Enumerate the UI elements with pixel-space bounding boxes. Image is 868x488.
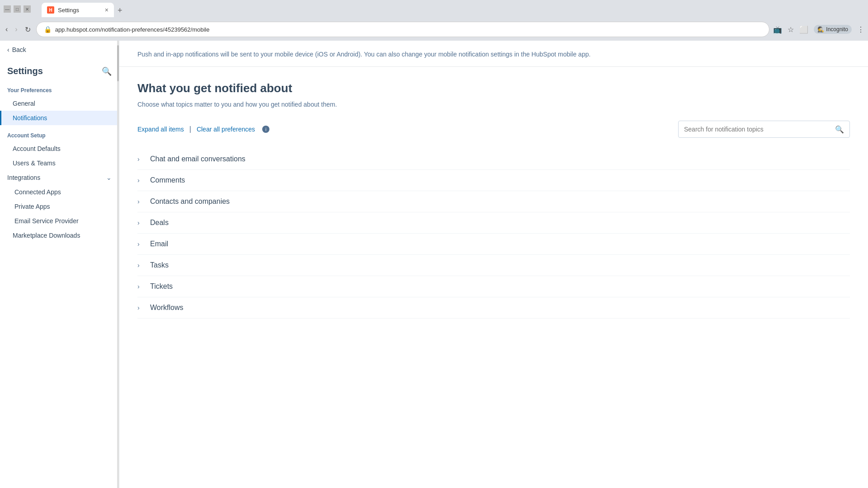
top-description: Push and in-app notifications will be se…	[119, 41, 868, 67]
back-label: Back	[12, 46, 26, 53]
topic-item-workflows[interactable]: › Workflows	[137, 297, 850, 319]
topics-list: › Chat and email conversations › Comment…	[137, 149, 850, 319]
separator: |	[189, 125, 191, 133]
connected-apps-label: Connected Apps	[14, 188, 61, 196]
app-layout: ‹ Back Settings 🔍 Your Preferences Gener…	[0, 41, 868, 488]
sidebar-scrollbar	[117, 41, 119, 488]
topic-chevron-icon: ›	[137, 240, 145, 248]
menu-button[interactable]: ⋮	[857, 25, 864, 34]
minimize-button[interactable]: —	[4, 5, 11, 13]
integrations-label: Integrations	[7, 174, 40, 181]
actions-row: Expand all items | Clear all preferences…	[137, 121, 850, 138]
active-tab[interactable]: H Settings ×	[42, 3, 114, 17]
topic-item-deals[interactable]: › Deals	[137, 212, 850, 234]
topic-label: Comments	[150, 176, 185, 184]
sidebar-item-notifications[interactable]: Notifications	[0, 111, 119, 125]
topic-chevron-icon: ›	[137, 304, 145, 311]
chevron-down-icon: ⌄	[106, 174, 112, 181]
info-icon[interactable]: i	[262, 126, 269, 133]
sidebar-item-general[interactable]: General	[0, 96, 119, 111]
main-content: Push and in-app notifications will be se…	[119, 41, 868, 488]
email-service-provider-label: Email Service Provider	[14, 217, 79, 225]
tab-bar: H Settings × +	[38, 1, 130, 17]
sidebar-item-email-service-provider[interactable]: Email Service Provider	[0, 214, 119, 228]
account-defaults-label: Account Defaults	[13, 145, 61, 152]
topic-item-contacts-companies[interactable]: › Contacts and companies	[137, 191, 850, 212]
search-icon: 🔍	[102, 67, 112, 76]
sidebar-title: Settings	[7, 66, 43, 76]
incognito-label: Incognito	[826, 26, 848, 33]
tab-title: Settings	[58, 7, 101, 14]
topic-chevron-icon: ›	[137, 177, 145, 184]
title-bar: — □ ✕ H Settings × +	[0, 0, 868, 18]
search-box: 🔍	[678, 121, 850, 138]
tab-favicon: H	[47, 6, 54, 14]
maximize-button[interactable]: □	[14, 5, 21, 13]
sidebar-scrollbar-thumb	[117, 45, 119, 81]
incognito-badge: 🕵 Incognito	[814, 25, 852, 34]
address-bar-row: ‹ › ↻ 🔒 app.hubspot.com/notification-pre…	[0, 18, 868, 41]
back-button[interactable]: ‹ Back	[0, 41, 119, 59]
browser-chrome: — □ ✕ H Settings × + ‹ › ↻ 🔒 app.hubspot…	[0, 0, 868, 41]
your-preferences-section-label: Your Preferences	[0, 80, 119, 96]
topic-item-tickets[interactable]: › Tickets	[137, 276, 850, 297]
topic-label: Tasks	[150, 261, 169, 269]
topic-label: Chat and email conversations	[150, 155, 245, 163]
topic-chevron-icon: ›	[137, 262, 145, 269]
sidebar-item-private-apps[interactable]: Private Apps	[0, 199, 119, 214]
bookmark-button[interactable]: ☆	[788, 25, 794, 34]
forward-nav-button[interactable]: ›	[13, 23, 19, 35]
topic-label: Contacts and companies	[150, 197, 230, 206]
topic-chevron-icon: ›	[137, 283, 145, 290]
topic-label: Workflows	[150, 304, 184, 312]
browser-actions: 📺 ☆ ⬜ 🕵 Incognito ⋮	[773, 25, 864, 34]
sidebar-search-button[interactable]: 🔍	[102, 66, 112, 76]
topic-item-chat-email[interactable]: › Chat and email conversations	[137, 149, 850, 170]
topic-item-comments[interactable]: › Comments	[137, 170, 850, 191]
tab-close-button[interactable]: ×	[105, 6, 108, 14]
address-text: app.hubspot.com/notification-preferences…	[55, 26, 762, 33]
address-bar[interactable]: 🔒 app.hubspot.com/notification-preferenc…	[36, 22, 770, 37]
search-button-icon: 🔍	[835, 126, 844, 133]
account-setup-section-label: Account Setup	[0, 125, 119, 141]
cast-button[interactable]: 📺	[773, 25, 782, 34]
actions-left: Expand all items | Clear all preferences…	[137, 125, 269, 133]
section-subtitle: Choose what topics matter to you and how…	[137, 101, 850, 108]
sidebar: ‹ Back Settings 🔍 Your Preferences Gener…	[0, 41, 119, 488]
users-teams-label: Users & Teams	[13, 160, 56, 167]
integrations-row[interactable]: Integrations ⌄	[0, 170, 119, 185]
sidebar-item-users-teams[interactable]: Users & Teams	[0, 156, 119, 170]
section-title: What you get notified about	[137, 81, 850, 95]
back-nav-button[interactable]: ‹	[4, 23, 9, 35]
topic-item-tasks[interactable]: › Tasks	[137, 255, 850, 276]
search-button[interactable]: 🔍	[830, 125, 849, 134]
topic-label: Email	[150, 240, 168, 248]
lock-icon: 🔒	[44, 26, 52, 33]
topic-chevron-icon: ›	[137, 219, 145, 226]
general-label: General	[13, 100, 35, 107]
window-controls: — □ ✕	[4, 5, 31, 13]
content-area: What you get notified about Choose what …	[119, 67, 868, 333]
topic-label: Tickets	[150, 282, 173, 291]
incognito-icon: 🕵	[817, 26, 824, 33]
topic-chevron-icon: ›	[137, 155, 145, 163]
back-arrow-icon: ‹	[7, 46, 9, 53]
topic-label: Deals	[150, 219, 169, 227]
clear-all-link[interactable]: Clear all preferences	[197, 126, 255, 133]
refresh-button[interactable]: ↻	[23, 23, 33, 36]
new-tab-button[interactable]: +	[114, 4, 126, 17]
expand-all-link[interactable]: Expand all items	[137, 126, 184, 133]
private-apps-label: Private Apps	[14, 203, 50, 210]
sidebar-header: Settings 🔍	[0, 59, 119, 80]
topic-item-email[interactable]: › Email	[137, 234, 850, 255]
sidebar-item-account-defaults[interactable]: Account Defaults	[0, 141, 119, 156]
topic-chevron-icon: ›	[137, 198, 145, 205]
notifications-label: Notifications	[13, 114, 47, 122]
search-input[interactable]	[679, 122, 830, 136]
split-view-button[interactable]: ⬜	[799, 25, 808, 34]
marketplace-downloads-label: Marketplace Downloads	[13, 232, 80, 239]
sidebar-item-marketplace-downloads[interactable]: Marketplace Downloads	[0, 228, 119, 243]
close-button[interactable]: ✕	[24, 5, 31, 13]
sidebar-item-connected-apps[interactable]: Connected Apps	[0, 185, 119, 199]
